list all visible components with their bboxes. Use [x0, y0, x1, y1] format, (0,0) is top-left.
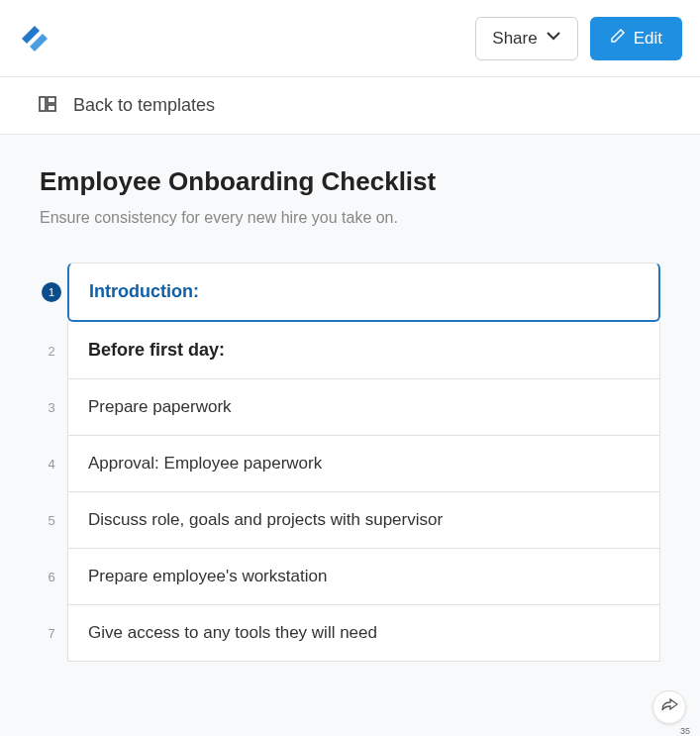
item-label: Approval: Employee paperwork — [67, 436, 660, 492]
item-label: Discuss role, goals and projects with su… — [67, 492, 660, 549]
content-area: Employee Onboarding Checklist Ensure con… — [0, 135, 700, 736]
share-float-button[interactable] — [652, 690, 686, 724]
share-arrow-icon — [660, 698, 678, 716]
top-bar: Share Edit — [0, 0, 700, 77]
item-number: 5 — [36, 492, 67, 549]
pencil-icon — [610, 28, 626, 49]
checklist-item[interactable]: 4Approval: Employee paperwork — [36, 436, 660, 492]
item-number: 2 — [36, 322, 67, 379]
item-number: 4 — [36, 436, 67, 492]
back-bar[interactable]: Back to templates — [0, 77, 700, 135]
item-number: 1 — [36, 263, 67, 322]
item-number: 7 — [36, 605, 67, 662]
checklist-item[interactable]: 5Discuss role, goals and projects with s… — [36, 492, 660, 549]
back-to-templates-label: Back to templates — [73, 95, 215, 116]
checklist-item[interactable]: 6Prepare employee's workstation — [36, 549, 660, 605]
item-label: Introduction: — [67, 263, 660, 322]
chevron-down-icon — [546, 28, 561, 49]
page-subtitle: Ensure consistency for every new hire yo… — [0, 209, 700, 227]
item-label: Before first day: — [67, 322, 660, 379]
app-logo-icon — [18, 22, 51, 55]
checklist-item[interactable]: 1Introduction: — [36, 263, 660, 322]
svg-rect-0 — [40, 97, 46, 111]
share-button[interactable]: Share — [475, 17, 577, 60]
item-label: Prepare paperwork — [67, 379, 660, 436]
item-number: 3 — [36, 379, 67, 436]
svg-rect-1 — [48, 97, 55, 103]
top-actions: Share Edit — [475, 17, 682, 60]
edit-button[interactable]: Edit — [590, 17, 682, 60]
float-count: 35 — [680, 726, 690, 736]
share-label: Share — [492, 29, 537, 49]
item-label: Prepare employee's workstation — [67, 549, 660, 605]
checklist: 1Introduction:2Before first day:3Prepare… — [0, 263, 700, 736]
templates-icon — [38, 94, 57, 118]
page-title: Employee Onboarding Checklist — [0, 166, 700, 197]
edit-label: Edit — [634, 29, 662, 49]
checklist-item[interactable]: 2Before first day: — [36, 322, 660, 379]
item-number: 6 — [36, 549, 67, 605]
svg-rect-2 — [48, 105, 55, 111]
checklist-item[interactable]: 7Give access to any tools they will need — [36, 605, 660, 662]
item-number-badge: 1 — [42, 282, 61, 302]
checklist-item[interactable]: 3Prepare paperwork — [36, 379, 660, 436]
item-label: Give access to any tools they will need — [67, 605, 660, 662]
